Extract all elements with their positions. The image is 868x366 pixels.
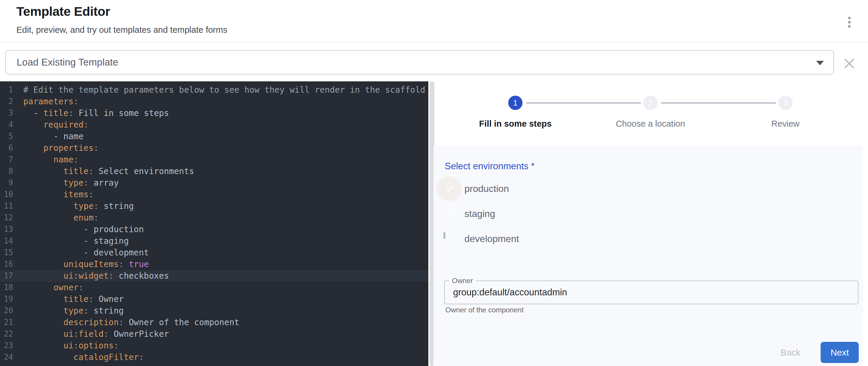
line-number: 10: [0, 189, 13, 200]
step-number-badge: 3: [778, 96, 793, 110]
step-label: Review: [726, 119, 845, 129]
step-review: 3 Review: [726, 96, 845, 129]
code-text: owner:: [13, 282, 84, 293]
code-line[interactable]: 1# Edit the template parameters below to…: [0, 84, 428, 96]
code-line[interactable]: 9 type: array: [0, 177, 428, 189]
code-text: enum:: [13, 212, 99, 223]
code-text: description: Owner of the component: [13, 316, 239, 328]
checkbox-option-staging[interactable]: staging: [443, 207, 495, 221]
code-text: - production: [13, 223, 144, 235]
checkbox-option-production[interactable]: production: [443, 182, 509, 196]
code-line[interactable]: 11 type: string: [0, 200, 428, 212]
code-line[interactable]: 3 - title: Fill in some steps: [0, 107, 428, 119]
code-line[interactable]: 14 - staging: [0, 235, 428, 247]
line-number: 12: [0, 212, 13, 223]
code-text: uniqueItems: true: [13, 258, 149, 270]
close-button[interactable]: [843, 57, 856, 70]
kebab-menu-icon: [848, 25, 851, 28]
code-editor[interactable]: 1# Edit the template parameters below to…: [0, 81, 428, 366]
code-text: - development: [13, 247, 149, 258]
code-text: type: string: [13, 200, 134, 212]
code-line[interactable]: 10 items:: [0, 189, 428, 200]
line-number: 21: [0, 316, 13, 328]
line-number: 17: [0, 270, 13, 282]
page-subtitle: Edit, preview, and try out templates and…: [17, 25, 227, 35]
header-divider: [0, 42, 868, 42]
code-line[interactable]: 5 - name: [0, 130, 428, 142]
page-title: Template Editor: [17, 4, 110, 19]
kebab-menu-icon: [848, 17, 851, 19]
line-number: 3: [0, 107, 13, 119]
line-number: 11: [0, 200, 13, 212]
line-number: 16: [0, 258, 13, 270]
checkbox-label: staging: [464, 208, 495, 219]
line-number: 6: [0, 142, 13, 154]
code-text: - staging: [13, 235, 129, 247]
code-text: # Edit the template parameters below to …: [13, 84, 425, 96]
code-text: ui:options:: [13, 340, 119, 352]
line-number: 1: [0, 84, 13, 96]
code-line[interactable]: 20 type: string: [0, 305, 428, 316]
line-number: 20: [0, 305, 13, 316]
code-line[interactable]: 6 properties:: [0, 142, 428, 154]
step-number-badge: 1: [508, 96, 523, 110]
checkbox-label: development: [464, 233, 519, 244]
code-line[interactable]: 17 ui:widget: checkboxes: [0, 270, 428, 282]
checkbox-label: production: [464, 183, 509, 194]
code-text: type: string: [13, 305, 124, 316]
load-existing-template-value: Load Existing Template: [17, 51, 118, 74]
line-number: 8: [0, 165, 13, 177]
line-number: 19: [0, 293, 13, 305]
code-line[interactable]: 12 enum:: [0, 212, 428, 223]
code-line[interactable]: 2parameters:: [0, 96, 428, 107]
step-label: Fill in some steps: [456, 119, 575, 129]
owner-input[interactable]: [445, 281, 858, 304]
line-number: 9: [0, 177, 13, 189]
code-line[interactable]: 8 title: Select environments: [0, 165, 428, 177]
code-line[interactable]: 15 - development: [0, 247, 428, 258]
code-line[interactable]: 22 ui:field: OwnerPicker: [0, 328, 428, 340]
code-line[interactable]: 13 - production: [0, 223, 428, 235]
line-number: 14: [0, 235, 13, 247]
line-number: 18: [0, 282, 13, 293]
environments-label: Select environments *: [445, 161, 535, 172]
code-text: catalogFilter:: [13, 352, 144, 363]
load-existing-template-select[interactable]: Load Existing Template: [5, 50, 834, 74]
code-line[interactable]: 4 required:: [0, 119, 428, 130]
code-line[interactable]: 7 name:: [0, 154, 428, 165]
code-text: title: Owner: [13, 293, 124, 305]
line-number: 15: [0, 247, 13, 258]
code-text: required:: [13, 119, 89, 130]
checkbox-option-development[interactable]: development: [443, 232, 519, 246]
kebab-menu-icon: [848, 21, 851, 24]
code-text: parameters:: [13, 96, 79, 107]
code-line[interactable]: 21 description: Owner of the component: [0, 316, 428, 328]
more-options-button[interactable]: [843, 14, 855, 30]
code-text: items:: [13, 189, 94, 200]
code-line[interactable]: 18 owner:: [0, 282, 428, 293]
code-text: title: Select environments: [13, 165, 194, 177]
line-number: 22: [0, 328, 13, 340]
code-text: name:: [13, 154, 79, 165]
back-button[interactable]: Back: [773, 344, 808, 362]
code-line[interactable]: 16 uniqueItems: true: [0, 258, 428, 270]
step-number-badge: 2: [643, 96, 657, 110]
line-number: 2: [0, 96, 13, 107]
step-label: Choose a location: [591, 119, 710, 129]
checkbox-unchecked-icon: [443, 232, 445, 239]
line-number: 5: [0, 130, 13, 142]
code-line[interactable]: 23 ui:options:: [0, 340, 428, 352]
owner-helper-text: Owner of the component: [445, 306, 524, 314]
next-button[interactable]: Next: [820, 342, 859, 363]
step-fill-in-some-steps: 1 Fill in some steps: [456, 96, 575, 129]
code-text: - name: [13, 130, 84, 142]
chevron-down-icon: [816, 61, 824, 65]
line-number: 4: [0, 119, 13, 130]
code-line[interactable]: 19 title: Owner: [0, 293, 428, 305]
close-icon: [843, 57, 856, 70]
template-editor-page: Template Editor Edit, preview, and try o…: [0, 0, 868, 366]
code-text: ui:field: OwnerPicker: [13, 328, 169, 340]
code-line[interactable]: 24 catalogFilter:: [0, 352, 428, 363]
code-text: ui:widget: checkboxes: [13, 270, 169, 282]
form-paper: Select environments * productionstagingd…: [433, 146, 863, 366]
